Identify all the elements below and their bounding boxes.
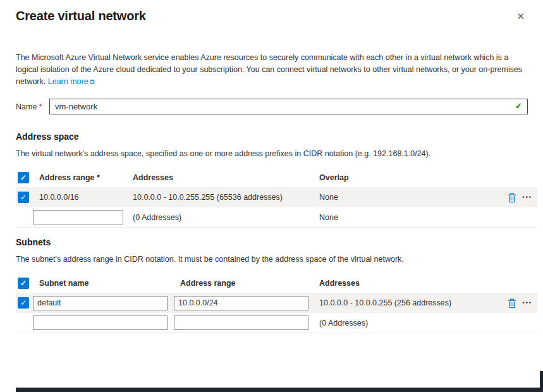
name-label: Name * xyxy=(16,102,49,111)
subnets-heading: Subnets xyxy=(16,237,537,247)
background-page-edge-bottom xyxy=(16,388,543,392)
overlap-value: None xyxy=(313,193,497,202)
name-field-row: Name * ✓ xyxy=(16,99,537,114)
new-address-range-cell xyxy=(33,210,126,224)
close-icon[interactable]: ✕ xyxy=(514,9,527,24)
addresses-value: 10.0.0.0 - 10.0.255.255 (65536 addresses… xyxy=(126,193,313,202)
panel-description: The Microsoft Azure Virtual Network serv… xyxy=(16,52,537,88)
col-header-addresses: Addresses xyxy=(126,173,313,182)
checkbox-tick-icon: ✓ xyxy=(20,174,27,181)
more-options-icon[interactable]: ••• xyxy=(523,195,532,200)
learn-more-link[interactable]: Learn more xyxy=(48,77,88,86)
row-checkbox[interactable]: ✓ xyxy=(18,192,29,203)
table-row: (0 Addresses) None xyxy=(16,207,537,228)
panel-header: Create virtual network ✕ xyxy=(16,9,537,24)
trash-icon xyxy=(507,192,517,203)
header-checkbox-cell: ✓ xyxy=(16,278,33,289)
valid-check-icon: ✓ xyxy=(515,101,522,111)
external-link-icon: ⧉ xyxy=(90,78,95,85)
select-all-checkbox[interactable]: ✓ xyxy=(18,172,29,183)
subnet-range-cell xyxy=(174,296,313,310)
row-actions: ••• xyxy=(497,298,537,309)
name-input[interactable] xyxy=(49,99,528,114)
create-virtual-network-panel: Create virtual network ✕ The Microsoft A… xyxy=(0,0,543,333)
checkbox-tick-icon: ✓ xyxy=(20,193,27,201)
page-title: Create virtual network xyxy=(16,9,146,23)
overlap-value: None xyxy=(313,213,497,222)
subnets-table: ✓ Subnet name Address range Addresses ✓ … xyxy=(16,273,537,333)
required-marker: * xyxy=(39,102,42,111)
trash-icon xyxy=(507,298,517,309)
learn-more-label: Learn more xyxy=(48,77,88,86)
row-checkbox[interactable]: ✓ xyxy=(18,297,29,309)
new-subnet-name-input[interactable] xyxy=(33,315,168,330)
addresses-value: 10.0.0.0 - 10.0.0.255 (256 addresses) xyxy=(313,298,497,307)
table-row: ✓ 10.0.0.0/16 10.0.0.0 - 10.0.255.255 (6… xyxy=(16,187,537,207)
subnet-name-cell xyxy=(33,296,174,310)
address-space-heading: Address space xyxy=(16,132,537,142)
col-header-subnet-name: Subnet name xyxy=(33,279,174,288)
col-header-address-range: Address range xyxy=(174,279,313,288)
new-subnet-range-input[interactable] xyxy=(174,315,308,330)
subnet-name-input[interactable] xyxy=(33,296,168,310)
row-actions: ••• xyxy=(497,192,537,203)
col-header-overlap: Overlap xyxy=(313,173,497,182)
delete-button[interactable] xyxy=(507,298,517,309)
row-checkbox-cell: ✓ xyxy=(16,297,33,309)
addresses-value: (0 Addresses) xyxy=(126,213,313,222)
header-checkbox-cell: ✓ xyxy=(16,172,33,183)
addresses-value: (0 Addresses) xyxy=(313,319,497,328)
checkbox-tick-icon: ✓ xyxy=(20,279,27,287)
more-options-icon[interactable]: ••• xyxy=(523,300,532,306)
name-input-wrap: ✓ xyxy=(49,99,528,114)
select-all-checkbox[interactable]: ✓ xyxy=(18,278,29,289)
address-space-header-row: ✓ Address range * Addresses Overlap xyxy=(16,168,537,187)
table-row: (0 Addresses) xyxy=(16,313,537,333)
subnets-header-row: ✓ Subnet name Address range Addresses xyxy=(16,273,537,293)
row-checkbox-cell: ✓ xyxy=(16,192,33,203)
address-space-table: ✓ Address range * Addresses Overlap ✓ 10… xyxy=(16,168,537,228)
address-range-value: 10.0.0.0/16 xyxy=(33,193,126,202)
new-subnet-name-cell xyxy=(33,315,174,330)
subnets-description: The subnet's address range in CIDR notat… xyxy=(16,255,537,264)
table-row: ✓ 10.0.0.0 - 10.0.0.255 (256 addresses) xyxy=(16,293,537,313)
col-header-addresses: Addresses xyxy=(313,279,497,288)
address-space-description: The virtual network's address space, spe… xyxy=(16,149,537,158)
delete-button[interactable] xyxy=(507,192,517,203)
new-address-range-input[interactable] xyxy=(33,210,123,224)
subnet-address-range-input[interactable] xyxy=(174,296,308,310)
background-page-edge-right xyxy=(540,371,543,392)
name-label-text: Name xyxy=(16,102,37,111)
col-header-address-range: Address range * xyxy=(33,173,126,182)
new-subnet-range-cell xyxy=(174,315,313,330)
checkbox-tick-icon: ✓ xyxy=(20,299,27,307)
